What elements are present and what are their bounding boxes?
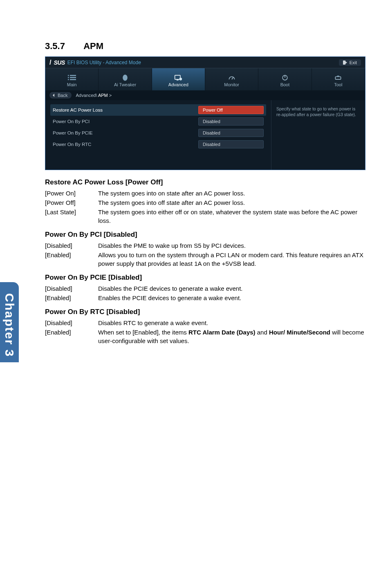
tab-ai-tweaker[interactable]: Ai Tweaker: [99, 68, 152, 90]
gauge-icon: [228, 74, 236, 81]
svg-marker-17: [53, 94, 54, 97]
setting-value[interactable]: Power Off: [198, 106, 264, 114]
doc-item-heading: Power On By PCI [Disabled]: [45, 231, 365, 239]
bios-title: /SUS EFI BIOS Utility - Advanced Mode: [49, 59, 141, 66]
power-icon: [281, 74, 289, 81]
bios-titlebar: /SUS EFI BIOS Utility - Advanced Mode Ex…: [45, 57, 365, 68]
bios-help-panel: Specify what state to go to when power i…: [271, 100, 365, 170]
svg-rect-10: [177, 80, 179, 81]
section-number: 3.5.7: [45, 41, 65, 51]
doc-term: [Power Off]: [45, 198, 98, 207]
setting-row-pci[interactable]: Power On By PCI Disabled: [50, 116, 266, 127]
doc-definition-row: [Disabled]Disables RTC to generate a wak…: [45, 319, 365, 327]
tab-advanced[interactable]: Advanced: [152, 68, 205, 90]
svg-point-11: [179, 78, 182, 81]
doc-term: [Disabled]: [45, 241, 98, 250]
back-button[interactable]: Back: [49, 92, 72, 99]
doc-definition-row: [Enabled]Allows you to turn on the syste…: [45, 251, 365, 268]
tool-icon: [334, 74, 342, 81]
tab-label: Boot: [280, 82, 290, 87]
svg-rect-7: [70, 79, 76, 80]
setting-value[interactable]: Disabled: [198, 129, 264, 137]
exit-icon: [343, 61, 347, 65]
svg-rect-16: [337, 76, 339, 77]
exit-button[interactable]: Exit: [339, 59, 361, 66]
doc-definition-row: [Power On]The system goes into on state …: [45, 189, 365, 197]
setting-value[interactable]: Disabled: [198, 140, 264, 148]
doc-definition-row: [Enabled]Enables the PCIE devices to gen…: [45, 294, 365, 302]
bios-settings-panel: Restore AC Power Loss Power Off Power On…: [45, 100, 271, 170]
bios-window: /SUS EFI BIOS Utility - Advanced Mode Ex…: [45, 56, 365, 170]
breadcrumb-path: Advanced\ APM >: [76, 93, 112, 98]
breadcrumb-current: APM: [98, 93, 108, 98]
mouse-icon: [121, 74, 129, 81]
brand-slash-icon: /: [49, 59, 51, 66]
doc-term: [Disabled]: [45, 284, 98, 293]
tab-main[interactable]: Main: [45, 68, 99, 90]
doc-term: [Last State]: [45, 208, 98, 225]
doc-term: [Enabled]: [45, 251, 98, 268]
chapter-sidebar-tab: Chapter 3: [0, 282, 19, 362]
svg-rect-3: [70, 75, 76, 76]
bios-breadcrumb: Back Advanced\ APM >: [45, 90, 365, 100]
doc-definition-row: [Power Off]The system goes into off stat…: [45, 198, 365, 207]
tab-label: Advanced: [168, 82, 188, 87]
doc-item-heading: Power On By RTC [Disabled]: [45, 308, 365, 316]
svg-marker-1: [345, 61, 347, 64]
doc-item-heading: Power On By PCIE [Disabled]: [45, 274, 365, 282]
tab-label: Monitor: [224, 82, 239, 87]
tab-label: Tool: [334, 82, 342, 87]
doc-definition-row: [Disabled]Disables the PCIE devices to g…: [45, 284, 365, 293]
doc-description: Disables the PME to wake up from S5 by P…: [98, 241, 365, 250]
documentation-body: Restore AC Power Loss [Power Off][Power …: [45, 178, 365, 345]
svg-rect-2: [68, 75, 69, 76]
back-label: Back: [58, 93, 67, 98]
monitor-info-icon: [174, 74, 182, 81]
setting-row-rtc[interactable]: Power On By RTC Disabled: [50, 139, 266, 150]
doc-description: Allows you to turn on the system through…: [98, 251, 365, 268]
bios-tabs: Main Ai Tweaker Advanced Monitor Boot To…: [45, 68, 365, 90]
list-icon: [68, 74, 76, 81]
doc-description: Disables RTC to generate a wake event.: [98, 319, 365, 327]
exit-label: Exit: [350, 60, 357, 65]
doc-term: [Enabled]: [45, 328, 98, 345]
section-title: APM: [83, 41, 103, 51]
tab-tool[interactable]: Tool: [312, 68, 365, 90]
section-heading: 3.5.7 APM: [45, 41, 365, 52]
bios-mode-label: EFI BIOS Utility - Advanced Mode: [67, 60, 141, 65]
breadcrumb-prefix: Advanced\: [76, 93, 98, 98]
svg-rect-0: [343, 61, 345, 65]
setting-value[interactable]: Disabled: [198, 117, 264, 126]
back-arrow-icon: [52, 93, 56, 97]
doc-description: Disables the PCIE devices to generate a …: [98, 284, 365, 293]
tab-label: Main: [67, 82, 77, 87]
tab-boot[interactable]: Boot: [258, 68, 312, 90]
svg-rect-15: [336, 77, 341, 80]
chapter-sidebar-label: Chapter 3: [2, 293, 16, 357]
doc-description: The system goes into on state after an A…: [98, 189, 365, 197]
doc-definition-row: [Enabled]When set to [Enabled], the item…: [45, 328, 365, 345]
doc-term: [Disabled]: [45, 319, 98, 327]
svg-rect-4: [68, 77, 69, 78]
tab-monitor[interactable]: Monitor: [205, 68, 258, 90]
setting-label: Power On By PCI: [53, 119, 194, 124]
breadcrumb-suffix: >: [108, 93, 112, 98]
setting-label: Power On By PCIE: [53, 130, 194, 135]
svg-point-8: [123, 75, 128, 81]
doc-description: When set to [Enabled], the items RTC Ala…: [98, 328, 365, 345]
setting-label: Restore AC Power Loss: [53, 108, 194, 112]
doc-item-heading: Restore AC Power Loss [Power Off]: [45, 178, 365, 186]
doc-description: The system goes into either off or on st…: [98, 208, 365, 225]
brand-text: SUS: [54, 59, 65, 66]
svg-rect-6: [68, 79, 69, 80]
doc-term: [Power On]: [45, 189, 98, 197]
doc-description: The system goes into off state after an …: [98, 198, 365, 207]
doc-definition-row: [Disabled]Disables the PME to wake up fr…: [45, 241, 365, 250]
bios-body: Restore AC Power Loss Power Off Power On…: [45, 100, 365, 170]
setting-row-restore-ac[interactable]: Restore AC Power Loss Power Off: [50, 104, 266, 116]
tab-label: Ai Tweaker: [114, 82, 136, 87]
help-text: Specify what state to go to when power i…: [276, 106, 360, 117]
doc-definition-row: [Last State]The system goes into either …: [45, 208, 365, 225]
setting-label: Power On By RTC: [53, 142, 194, 147]
setting-row-pcie[interactable]: Power On By PCIE Disabled: [50, 127, 266, 139]
